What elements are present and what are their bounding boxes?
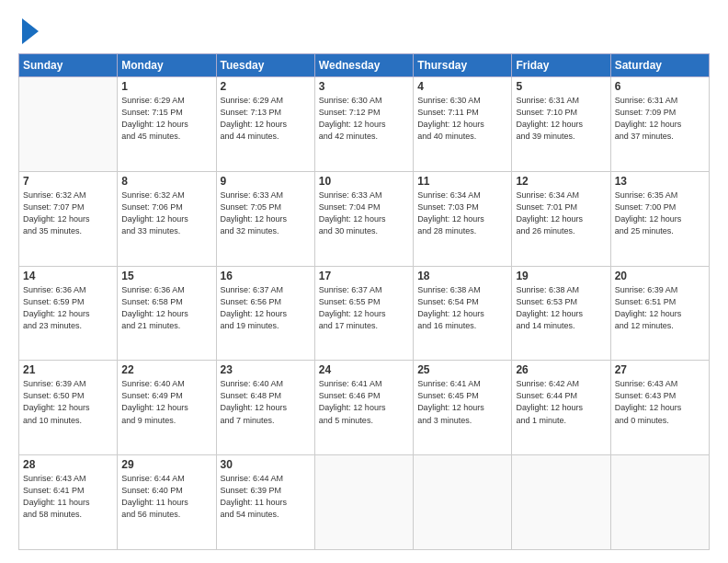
calendar-cell: 23Sunrise: 6:40 AM Sunset: 6:48 PM Dayli…: [216, 361, 314, 455]
day-info: Sunrise: 6:40 AM Sunset: 6:48 PM Dayligh…: [221, 378, 311, 426]
day-number: 19: [516, 270, 606, 282]
day-number: 25: [417, 363, 507, 376]
calendar-cell: [314, 455, 413, 550]
week-row-1: 7Sunrise: 6:32 AM Sunset: 7:07 PM Daylig…: [19, 171, 710, 266]
calendar-cell: 26Sunrise: 6:42 AM Sunset: 6:44 PM Dayli…: [512, 361, 610, 455]
day-number: 24: [319, 363, 409, 376]
day-info: Sunrise: 6:30 AM Sunset: 7:11 PM Dayligh…: [417, 95, 507, 143]
day-number: 30: [221, 458, 311, 471]
calendar-cell: 17Sunrise: 6:37 AM Sunset: 6:55 PM Dayli…: [314, 266, 413, 361]
day-number: 23: [221, 363, 311, 376]
day-number: 21: [23, 363, 113, 376]
calendar-cell: 13Sunrise: 6:35 AM Sunset: 7:00 PM Dayli…: [610, 171, 709, 266]
calendar-cell: 22Sunrise: 6:40 AM Sunset: 6:49 PM Dayli…: [118, 361, 216, 455]
calendar-cell: 1Sunrise: 6:29 AM Sunset: 7:15 PM Daylig…: [118, 77, 216, 172]
week-row-2: 14Sunrise: 6:36 AM Sunset: 6:59 PM Dayli…: [19, 266, 710, 361]
day-number: 29: [121, 458, 211, 471]
day-number: 1: [121, 80, 211, 93]
weekday-header-friday: Friday: [512, 54, 610, 77]
calendar-cell: 20Sunrise: 6:39 AM Sunset: 6:51 PM Dayli…: [610, 266, 709, 361]
day-info: Sunrise: 6:41 AM Sunset: 6:46 PM Dayligh…: [319, 378, 409, 426]
day-info: Sunrise: 6:44 AM Sunset: 6:40 PM Dayligh…: [121, 473, 211, 521]
day-number: 13: [615, 175, 705, 188]
calendar-cell: 21Sunrise: 6:39 AM Sunset: 6:50 PM Dayli…: [19, 361, 118, 455]
weekday-header-tuesday: Tuesday: [216, 54, 314, 77]
calendar-cell: 24Sunrise: 6:41 AM Sunset: 6:46 PM Dayli…: [314, 361, 413, 455]
logo-arrow-icon: [22, 18, 39, 44]
calendar-cell: [414, 455, 512, 550]
day-number: 12: [516, 175, 606, 188]
calendar-cell: 18Sunrise: 6:38 AM Sunset: 6:54 PM Dayli…: [414, 266, 512, 361]
calendar-cell: 29Sunrise: 6:44 AM Sunset: 6:40 PM Dayli…: [118, 455, 216, 550]
calendar-cell: 28Sunrise: 6:43 AM Sunset: 6:41 PM Dayli…: [19, 455, 118, 550]
logo: [18, 17, 39, 44]
calendar-cell: 3Sunrise: 6:30 AM Sunset: 7:12 PM Daylig…: [314, 77, 413, 172]
day-number: 8: [121, 175, 211, 188]
day-number: 9: [221, 175, 311, 188]
day-info: Sunrise: 6:44 AM Sunset: 6:39 PM Dayligh…: [221, 473, 311, 521]
calendar-cell: 6Sunrise: 6:31 AM Sunset: 7:09 PM Daylig…: [610, 77, 709, 172]
day-number: 3: [319, 80, 409, 93]
day-info: Sunrise: 6:34 AM Sunset: 7:01 PM Dayligh…: [516, 190, 606, 237]
calendar-cell: 16Sunrise: 6:37 AM Sunset: 6:56 PM Dayli…: [216, 266, 314, 361]
day-number: 28: [23, 458, 113, 471]
day-number: 14: [23, 270, 113, 282]
day-info: Sunrise: 6:39 AM Sunset: 6:51 PM Dayligh…: [615, 284, 705, 332]
day-info: Sunrise: 6:37 AM Sunset: 6:56 PM Dayligh…: [221, 284, 311, 332]
calendar-cell: 2Sunrise: 6:29 AM Sunset: 7:13 PM Daylig…: [216, 77, 314, 172]
weekday-header-thursday: Thursday: [414, 54, 512, 77]
week-row-0: 1Sunrise: 6:29 AM Sunset: 7:15 PM Daylig…: [19, 77, 710, 172]
day-number: 4: [417, 80, 507, 93]
day-info: Sunrise: 6:40 AM Sunset: 6:49 PM Dayligh…: [121, 378, 211, 426]
calendar-cell: 9Sunrise: 6:33 AM Sunset: 7:05 PM Daylig…: [216, 171, 314, 266]
calendar-cell: 5Sunrise: 6:31 AM Sunset: 7:10 PM Daylig…: [512, 77, 610, 172]
day-info: Sunrise: 6:35 AM Sunset: 7:00 PM Dayligh…: [615, 190, 705, 237]
calendar-cell: 11Sunrise: 6:34 AM Sunset: 7:03 PM Dayli…: [414, 171, 512, 266]
day-info: Sunrise: 6:41 AM Sunset: 6:45 PM Dayligh…: [417, 378, 507, 426]
day-info: Sunrise: 6:39 AM Sunset: 6:50 PM Dayligh…: [23, 378, 113, 426]
day-number: 27: [615, 363, 705, 376]
day-number: 7: [23, 175, 113, 188]
weekday-header-saturday: Saturday: [610, 54, 709, 77]
calendar-cell: 8Sunrise: 6:32 AM Sunset: 7:06 PM Daylig…: [118, 171, 216, 266]
calendar-cell: 14Sunrise: 6:36 AM Sunset: 6:59 PM Dayli…: [19, 266, 118, 361]
day-number: 10: [319, 175, 409, 188]
day-number: 15: [121, 270, 211, 282]
day-number: 16: [221, 270, 311, 282]
calendar-cell: [610, 455, 709, 550]
day-info: Sunrise: 6:38 AM Sunset: 6:53 PM Dayligh…: [516, 284, 606, 332]
calendar-cell: 15Sunrise: 6:36 AM Sunset: 6:58 PM Dayli…: [118, 266, 216, 361]
day-info: Sunrise: 6:34 AM Sunset: 7:03 PM Dayligh…: [417, 190, 507, 237]
day-info: Sunrise: 6:33 AM Sunset: 7:05 PM Dayligh…: [221, 190, 311, 237]
calendar-cell: [19, 77, 118, 172]
calendar-cell: 10Sunrise: 6:33 AM Sunset: 7:04 PM Dayli…: [314, 171, 413, 266]
week-row-4: 28Sunrise: 6:43 AM Sunset: 6:41 PM Dayli…: [19, 455, 710, 550]
week-row-3: 21Sunrise: 6:39 AM Sunset: 6:50 PM Dayli…: [19, 361, 710, 455]
day-info: Sunrise: 6:43 AM Sunset: 6:41 PM Dayligh…: [23, 473, 113, 521]
weekday-header-wednesday: Wednesday: [314, 54, 413, 77]
calendar-cell: 4Sunrise: 6:30 AM Sunset: 7:11 PM Daylig…: [414, 77, 512, 172]
day-info: Sunrise: 6:36 AM Sunset: 6:58 PM Dayligh…: [121, 284, 211, 332]
weekday-header-row: SundayMondayTuesdayWednesdayThursdayFrid…: [19, 54, 710, 77]
day-number: 26: [516, 363, 606, 376]
day-number: 18: [417, 270, 507, 282]
day-info: Sunrise: 6:29 AM Sunset: 7:13 PM Dayligh…: [221, 95, 311, 143]
header: [18, 17, 710, 44]
day-info: Sunrise: 6:36 AM Sunset: 6:59 PM Dayligh…: [23, 284, 113, 332]
day-info: Sunrise: 6:29 AM Sunset: 7:15 PM Dayligh…: [121, 95, 211, 143]
day-number: 2: [221, 80, 311, 93]
day-number: 22: [121, 363, 211, 376]
day-number: 17: [319, 270, 409, 282]
calendar-cell: [512, 455, 610, 550]
weekday-header-monday: Monday: [118, 54, 216, 77]
day-number: 20: [615, 270, 705, 282]
day-info: Sunrise: 6:30 AM Sunset: 7:12 PM Dayligh…: [319, 95, 409, 143]
day-info: Sunrise: 6:42 AM Sunset: 6:44 PM Dayligh…: [516, 378, 606, 426]
day-info: Sunrise: 6:33 AM Sunset: 7:04 PM Dayligh…: [319, 190, 409, 237]
day-number: 5: [516, 80, 606, 93]
day-info: Sunrise: 6:43 AM Sunset: 6:43 PM Dayligh…: [615, 378, 705, 426]
day-info: Sunrise: 6:37 AM Sunset: 6:55 PM Dayligh…: [319, 284, 409, 332]
calendar-cell: 27Sunrise: 6:43 AM Sunset: 6:43 PM Dayli…: [610, 361, 709, 455]
calendar-cell: 12Sunrise: 6:34 AM Sunset: 7:01 PM Dayli…: [512, 171, 610, 266]
day-number: 6: [615, 80, 705, 93]
